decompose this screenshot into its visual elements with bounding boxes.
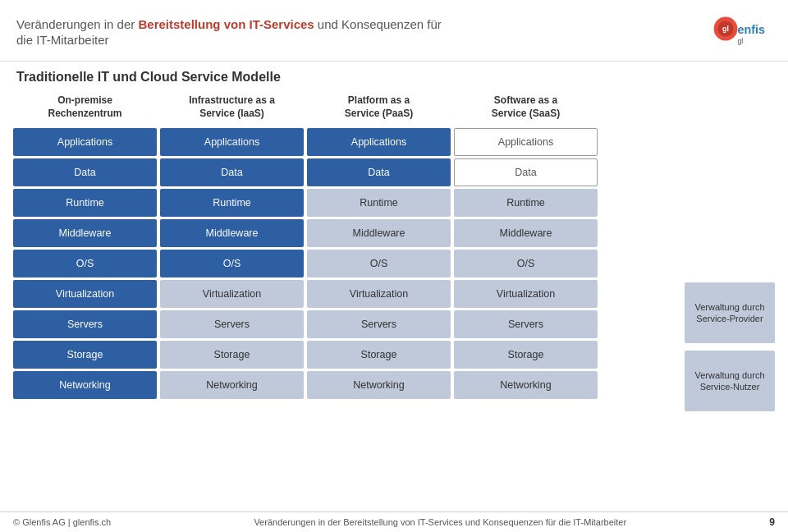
- glenfis-logo: enfis gl gl: [706, 11, 772, 53]
- cell-applications-1: Applications: [13, 128, 157, 156]
- footer-center-text: Veränderungen in der Bereitstellung von …: [254, 517, 626, 527]
- side-label-provider: Verwaltung durch Service-Provider: [685, 282, 775, 343]
- cell-os-1: O/S: [13, 250, 157, 277]
- cell-networking-1: Networking: [13, 371, 157, 399]
- cell-servers-4: Servers: [454, 310, 598, 338]
- cell-storage-1: Storage: [13, 341, 157, 369]
- cell-virtualization-1: Virtualization: [13, 280, 157, 308]
- main-content: On-premiseRechenzentrum Applications Dat…: [0, 89, 788, 411]
- cell-middleware-2: Middleware: [160, 219, 304, 247]
- cell-servers-1: Servers: [13, 310, 157, 338]
- title-plain1: Veränderungen in der: [16, 17, 138, 31]
- columns-area: On-premiseRechenzentrum Applications Dat…: [13, 89, 680, 411]
- cell-applications-3: Applications: [307, 128, 451, 156]
- cell-runtime-2: Runtime: [160, 189, 304, 217]
- cell-virtualization-2: Virtualization: [160, 280, 304, 308]
- side-label-nutzer: Verwaltung durch Service-Nutzer: [685, 351, 775, 411]
- cell-middleware-4: Middleware: [454, 219, 598, 247]
- cell-runtime-1: Runtime: [13, 189, 157, 217]
- page-footer: © Glenfis AG | glenfis.ch Veränderungen …: [0, 511, 788, 532]
- header-title: Veränderungen in der Bereitstellung von …: [16, 16, 442, 48]
- section-title: Traditionelle IT und Cloud Service Model…: [0, 62, 788, 89]
- cell-os-4: O/S: [454, 250, 598, 277]
- cell-runtime-3: Runtime: [307, 189, 451, 217]
- cell-os-2: O/S: [160, 250, 304, 277]
- page-header: Veränderungen in der Bereitstellung von …: [0, 0, 788, 62]
- cell-applications-2: Applications: [160, 128, 304, 156]
- cell-os-3: O/S: [307, 250, 451, 277]
- footer-page-number: 9: [769, 516, 775, 528]
- svg-text:gl: gl: [722, 25, 729, 33]
- cell-networking-4: Networking: [454, 371, 598, 399]
- cell-data-2: Data: [160, 158, 304, 186]
- title-bold-red: Bereitstellung von IT-Services: [138, 17, 314, 31]
- title-line2: die IT-Mitarbeiter: [16, 33, 109, 47]
- cell-middleware-1: Middleware: [13, 219, 157, 247]
- col-header-saas: Software as aService (SaaS): [454, 89, 598, 126]
- cell-networking-2: Networking: [160, 371, 304, 399]
- cell-middleware-3: Middleware: [307, 219, 451, 247]
- svg-text:gl: gl: [737, 37, 743, 45]
- title-plain2: und Konsequenzen für: [314, 17, 442, 31]
- cell-applications-4: Applications: [454, 128, 598, 156]
- cell-virtualization-3: Virtualization: [307, 280, 451, 308]
- cell-storage-4: Storage: [454, 341, 598, 369]
- col-header-iaas: Infrastructure as aService (IaaS): [160, 89, 304, 126]
- col-header-paas: Platform as aService (PaaS): [307, 89, 451, 126]
- cell-data-1: Data: [13, 158, 157, 186]
- column-iaas: Infrastructure as aService (IaaS) Applic…: [160, 89, 304, 411]
- column-saas: Software as aService (SaaS) Applications…: [454, 89, 598, 411]
- column-on-premise: On-premiseRechenzentrum Applications Dat…: [13, 89, 157, 411]
- col-header-on-premise: On-premiseRechenzentrum: [13, 89, 157, 126]
- cell-networking-3: Networking: [307, 371, 451, 399]
- cell-servers-3: Servers: [307, 310, 451, 338]
- footer-copyright: © Glenfis AG | glenfis.ch: [13, 517, 111, 527]
- cell-data-4: Data: [454, 158, 598, 186]
- svg-text:enfis: enfis: [737, 23, 765, 36]
- cell-storage-3: Storage: [307, 341, 451, 369]
- side-panel: Verwaltung durch Service-Provider Verwal…: [685, 89, 775, 411]
- column-paas: Platform as aService (PaaS) Applications…: [307, 89, 451, 411]
- cell-storage-2: Storage: [160, 341, 304, 369]
- cell-runtime-4: Runtime: [454, 189, 598, 217]
- cell-virtualization-4: Virtualization: [454, 280, 598, 308]
- cell-servers-2: Servers: [160, 310, 304, 338]
- cell-data-3: Data: [307, 158, 451, 186]
